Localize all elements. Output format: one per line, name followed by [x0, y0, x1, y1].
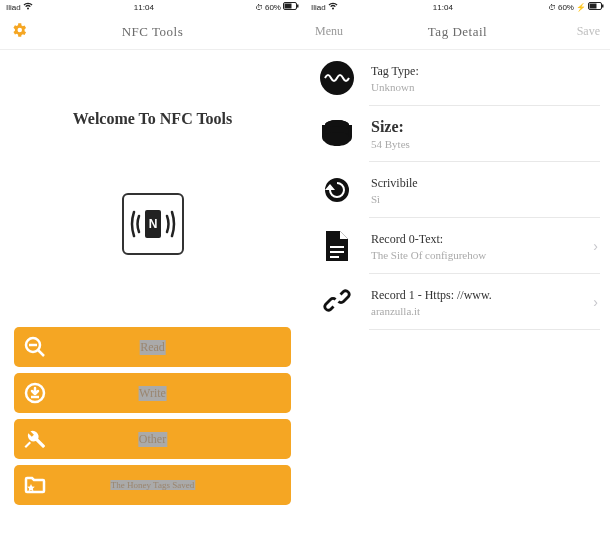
charging-icon: ⚡	[576, 3, 586, 12]
svg-rect-18	[330, 246, 344, 248]
gear-icon[interactable]	[10, 21, 28, 43]
detail-list: Tag Type: Unknown Size: 54 Bytes Scrivib…	[305, 50, 610, 330]
app-title: NFC Tools	[122, 24, 184, 40]
size-title: Size:	[371, 118, 598, 138]
screen-tag-detail: Iliad 11:04 ⏱ 60% ⚡ Menu Tag Detail Save	[305, 0, 610, 539]
size-icon	[317, 114, 357, 154]
row-tagtype: Tag Type: Unknown	[305, 50, 610, 106]
menu-button[interactable]: Menu	[315, 24, 343, 39]
saved-label: The Honey Tags Saved	[110, 480, 195, 490]
saved-button[interactable]: The Honey Tags Saved	[14, 465, 291, 505]
document-icon	[317, 226, 357, 266]
time-label: 11:04	[134, 3, 154, 12]
tagtype-value: Unknown	[371, 81, 598, 93]
nav-bar: NFC Tools	[0, 14, 305, 50]
battery-percent: 60%	[558, 3, 574, 12]
folder-icon	[22, 472, 48, 498]
battery-percent: 60%	[265, 3, 281, 12]
wifi-icon	[328, 2, 338, 12]
writable-title: Scrivibile	[371, 176, 598, 193]
read-icon	[22, 334, 48, 360]
svg-rect-20	[330, 256, 339, 258]
row-size: Size: 54 Bytes	[305, 106, 610, 162]
action-buttons: Read Write Other The Honey Tags Saved	[0, 327, 305, 505]
write-label: Write	[138, 386, 167, 401]
record0-value: The Site Of configurehow	[371, 249, 587, 261]
write-icon	[22, 380, 48, 406]
carrier-label: Iliad	[311, 3, 326, 12]
row-record0[interactable]: Record 0-Text: The Site Of configurehow …	[305, 218, 610, 274]
row-record1[interactable]: Record 1 - Https: //www. aranzulla.it ›	[305, 274, 610, 330]
other-button[interactable]: Other	[14, 419, 291, 459]
record1-title: Record 1 - Https: //www.	[371, 288, 587, 305]
save-button[interactable]: Save	[577, 24, 600, 39]
chevron-right-icon: ›	[587, 238, 598, 254]
other-label: Other	[138, 432, 167, 447]
alarm-icon: ⏱	[255, 3, 263, 12]
status-bar: Iliad 11:04 ⏱ 60%	[0, 0, 305, 14]
carrier-label: Iliad	[6, 3, 21, 12]
alarm-icon: ⏱	[548, 3, 556, 12]
row-writable: Scrivibile Sì	[305, 162, 610, 218]
tagtype-title: Tag Type:	[371, 64, 598, 81]
nfc-logo: N	[122, 193, 184, 255]
write-button[interactable]: Write	[14, 373, 291, 413]
svg-rect-1	[284, 4, 291, 9]
svg-rect-2	[297, 5, 299, 8]
tagtype-icon	[317, 58, 357, 98]
chevron-right-icon: ›	[587, 294, 598, 310]
screen-nfc-tools: Iliad 11:04 ⏱ 60% NFC Tools Welcome To N…	[0, 0, 305, 539]
writable-icon	[317, 170, 357, 210]
svg-rect-19	[330, 251, 344, 253]
read-label: Read	[139, 340, 166, 355]
writable-value: Sì	[371, 193, 598, 205]
tools-icon	[22, 426, 48, 452]
read-button[interactable]: Read	[14, 327, 291, 367]
wifi-icon	[23, 2, 33, 12]
record1-value: aranzulla.it	[371, 305, 587, 317]
nav-bar: Menu Tag Detail Save	[305, 14, 610, 50]
battery-icon	[588, 2, 604, 12]
svg-rect-11	[589, 4, 596, 9]
size-value: 54 Bytes	[371, 138, 598, 150]
welcome-heading: Welcome To NFC Tools	[0, 110, 305, 128]
link-icon	[317, 282, 357, 322]
svg-line-7	[38, 350, 44, 356]
svg-text:N: N	[148, 217, 157, 231]
page-title: Tag Detail	[428, 24, 487, 40]
svg-rect-12	[602, 5, 604, 8]
status-bar: Iliad 11:04 ⏱ 60% ⚡	[305, 0, 610, 14]
record0-title: Record 0-Text:	[371, 232, 587, 249]
battery-icon	[283, 2, 299, 12]
time-label: 11:04	[433, 3, 453, 12]
